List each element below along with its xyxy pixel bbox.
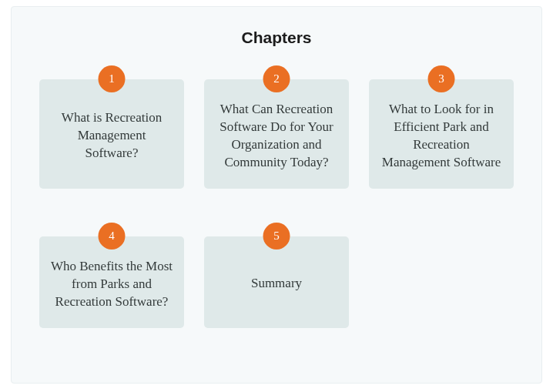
chapter-title: Summary bbox=[251, 275, 302, 293]
chapter-title: Who Benefits the Most from Parks and Rec… bbox=[50, 258, 173, 311]
chapter-number-badge: 3 bbox=[428, 65, 455, 92]
chapters-heading: Chapters bbox=[39, 28, 514, 47]
chapters-grid: 1 What is Recreation Management Software… bbox=[39, 79, 514, 328]
chapter-card-5[interactable]: 5 Summary bbox=[204, 236, 349, 328]
chapter-title: What to Look for in Efficient Park and R… bbox=[380, 101, 503, 172]
chapter-number-badge: 5 bbox=[263, 223, 290, 250]
chapter-card-2[interactable]: 2 What Can Recreation Software Do for Yo… bbox=[204, 79, 349, 189]
chapter-number-badge: 1 bbox=[99, 65, 126, 92]
chapter-title: What is Recreation Management Software? bbox=[50, 109, 173, 162]
chapter-number-badge: 2 bbox=[263, 65, 290, 92]
chapters-panel: Chapters 1 What is Recreation Management… bbox=[11, 6, 542, 384]
chapter-number-badge: 4 bbox=[99, 223, 126, 250]
chapter-title: What Can Recreation Software Do for Your… bbox=[215, 101, 338, 172]
chapter-card-3[interactable]: 3 What to Look for in Efficient Park and… bbox=[369, 79, 514, 189]
chapter-card-1[interactable]: 1 What is Recreation Management Software… bbox=[39, 79, 184, 189]
chapter-card-4[interactable]: 4 Who Benefits the Most from Parks and R… bbox=[39, 236, 184, 328]
